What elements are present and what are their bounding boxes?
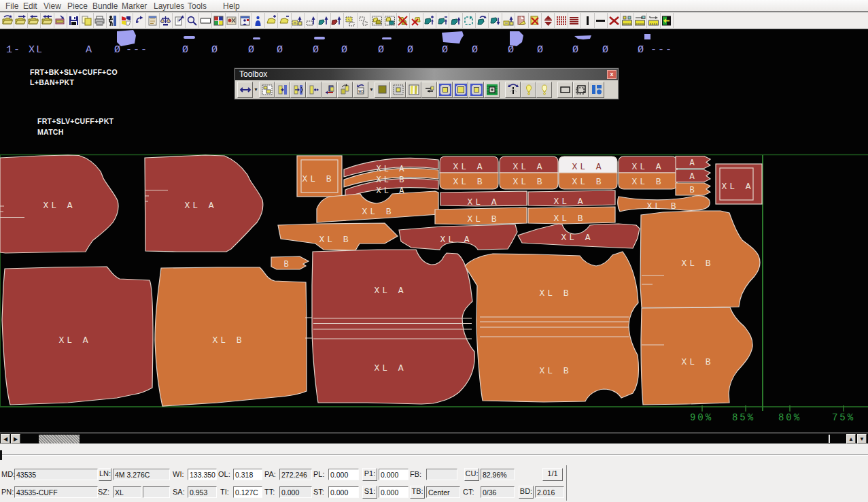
svg-text:---: ---	[126, 44, 148, 56]
svg-text:XL B: XL B	[302, 174, 334, 184]
svg-text:Ø: Ø	[378, 44, 385, 56]
svg-text:Ø: Ø	[248, 44, 256, 56]
svg-text:Ø: Ø	[508, 44, 515, 56]
svg-text:Ø: Ø	[572, 44, 580, 56]
svg-text:Ø: Ø	[442, 44, 449, 56]
svg-text:XL A: XL A	[721, 182, 753, 192]
svg-text:XL B: XL B	[646, 201, 678, 212]
svg-text:XL B: XL B	[681, 258, 713, 269]
svg-text:XL A: XL A	[43, 201, 75, 211]
svg-text:XL A: XL A	[467, 197, 499, 207]
svg-text:Ø: Ø	[407, 44, 415, 56]
svg-text:Ø: Ø	[602, 44, 610, 56]
svg-text:Ø: Ø	[472, 44, 479, 56]
svg-text:Ø: Ø	[182, 44, 190, 56]
svg-text:Ø: Ø	[341, 44, 349, 56]
svg-text:85%: 85%	[732, 412, 755, 423]
svg-text:A: A	[86, 44, 93, 56]
svg-text:XL A: XL A	[631, 162, 663, 172]
svg-text:XL: XL	[29, 44, 44, 56]
svg-text:90: 90	[358, 88, 364, 93]
svg-text:XL B: XL B	[539, 366, 571, 376]
svg-text:Ø: Ø	[277, 44, 284, 56]
svg-text:XL A: XL A	[513, 162, 544, 172]
svg-text:XL A: XL A	[553, 197, 585, 207]
svg-text:XL A: XL A	[374, 363, 406, 373]
svg-text:XL A: XL A	[374, 286, 406, 296]
svg-text:XL B: XL B	[631, 177, 663, 187]
svg-text:XL B: XL B	[539, 288, 571, 299]
svg-text:1-: 1-	[6, 44, 21, 56]
svg-text:B: B	[689, 186, 697, 195]
svg-text:XL B: XL B	[681, 357, 713, 367]
svg-text:XL B: XL B	[467, 214, 499, 224]
svg-text:XL A: XL A	[184, 201, 216, 211]
svg-text:XL B: XL B	[362, 207, 394, 217]
svg-text:XL B: XL B	[453, 177, 485, 187]
svg-text:Ø: Ø	[114, 44, 122, 56]
svg-text:Ø: Ø	[638, 44, 645, 56]
svg-text:XL B: XL B	[377, 175, 407, 185]
svg-text:XL A: XL A	[440, 235, 472, 245]
svg-text:Ø: Ø	[211, 44, 219, 56]
svg-text:XL A: XL A	[377, 165, 407, 174]
svg-text:A: A	[689, 172, 697, 182]
svg-text:90%: 90%	[690, 412, 713, 423]
svg-text:B: B	[283, 260, 291, 269]
svg-text:XL B: XL B	[212, 335, 244, 346]
svg-text:---: ---	[650, 44, 673, 56]
svg-text:A: A	[689, 158, 697, 168]
svg-text:XL B: XL B	[513, 177, 544, 187]
svg-text:Ø: Ø	[537, 44, 544, 56]
svg-text:Ø: Ø	[313, 44, 320, 56]
svg-text:XL A: XL A	[58, 335, 90, 346]
svg-text:75%: 75%	[832, 412, 855, 423]
svg-text:XL B: XL B	[553, 214, 585, 224]
svg-text:XL A: XL A	[561, 233, 593, 243]
svg-text:XL A: XL A	[572, 162, 604, 172]
svg-text:XL A: XL A	[453, 162, 485, 172]
svg-text:XL B: XL B	[319, 235, 351, 245]
svg-text:80%: 80%	[778, 412, 801, 423]
svg-text:XL B: XL B	[572, 177, 604, 187]
